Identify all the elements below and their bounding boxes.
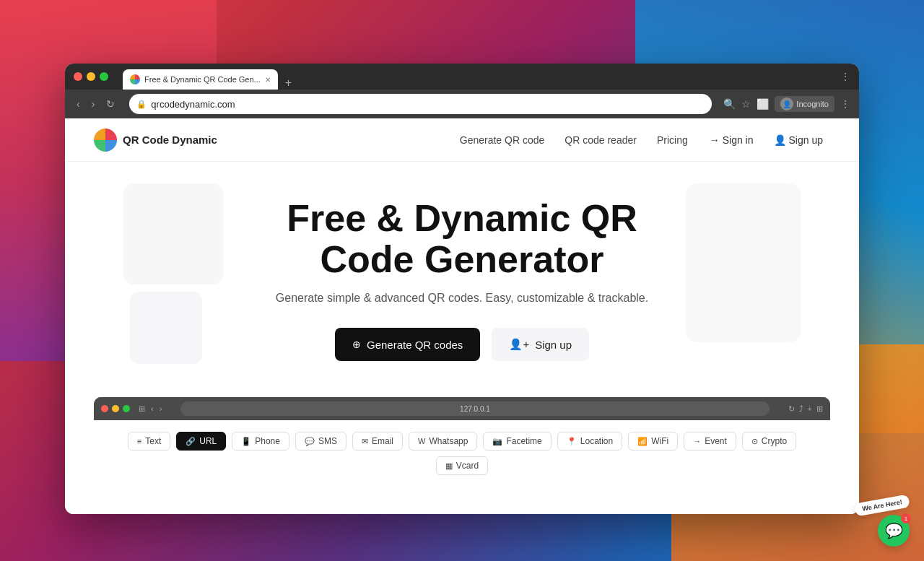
tabs-area: Free & Dynamic QR Code Gen... ✕ + xyxy=(123,64,834,90)
tab-close-icon[interactable]: ✕ xyxy=(265,76,271,84)
qr-tab-vcard[interactable]: ▦Vcard xyxy=(436,456,488,475)
inner-maximize-dot[interactable] xyxy=(123,405,130,412)
chrome-title-bar: Free & Dynamic QR Code Gen... ✕ + ⋮ xyxy=(65,64,859,90)
inner-share-icon[interactable]: ⤴ xyxy=(799,404,803,414)
hero-signup-button[interactable]: 👤+ Sign up xyxy=(492,328,589,361)
browser-window: Free & Dynamic QR Code Gen... ✕ + ⋮ ‹ › … xyxy=(65,64,859,514)
forward-button[interactable]: › xyxy=(89,95,98,113)
back-button[interactable]: ‹ xyxy=(74,95,83,113)
traffic-lights xyxy=(74,72,108,81)
inner-add-tab-icon[interactable]: + xyxy=(808,404,812,414)
qr-tab-url[interactable]: 🔗URL xyxy=(176,432,226,451)
inner-grid-icon[interactable]: ⊞ xyxy=(816,404,823,414)
website-content: QR Code Dynamic Generate QR code QR code… xyxy=(65,118,859,514)
inner-close-dot[interactable] xyxy=(101,405,108,412)
qr-tab-label: Text xyxy=(145,436,161,446)
qr-tab-crypto[interactable]: ⊙Crypto xyxy=(742,432,796,451)
hero-buttons: ⊕ Generate QR codes 👤+ Sign up xyxy=(335,328,589,361)
qr-tab-label: Event xyxy=(705,436,727,446)
qr-tab-facetime[interactable]: 📷Facetime xyxy=(483,432,551,451)
logo-icon xyxy=(94,129,117,152)
hero-signup-label: Sign up xyxy=(535,339,572,351)
generate-label: Generate QR codes xyxy=(367,339,463,351)
qr-tab-icon: ≡ xyxy=(137,437,141,445)
chat-button[interactable]: 💬 1 xyxy=(878,515,910,547)
qr-tab-location[interactable]: 📍Location xyxy=(557,432,622,451)
qr-tab-icon: 💬 xyxy=(305,437,315,446)
inner-forward-icon[interactable]: › xyxy=(160,404,162,413)
qr-decoration-right xyxy=(686,183,801,342)
nav-link-reader[interactable]: QR code reader xyxy=(565,134,637,146)
inner-browser-titlebar: ⊞ ‹ › 127.0.0.1 ↻ ⤴ + ⊞ xyxy=(94,397,830,420)
sign-in-label: Sign in xyxy=(723,134,754,146)
qr-tab-icon: 📶 xyxy=(637,437,648,446)
qr-tab-label: WiFi xyxy=(651,436,668,446)
inner-browser-content: ≡Text🔗URL📱Phone💬SMS✉EmailWWhatsapp📷Facet… xyxy=(94,420,830,494)
sign-up-button[interactable]: 👤 Sign up xyxy=(767,130,830,150)
qr-tab-event[interactable]: →Event xyxy=(684,432,736,451)
qr-tab-icon: ⊙ xyxy=(751,437,758,446)
lock-icon: 🔒 xyxy=(136,100,147,109)
address-text: qrcodedynamic.com xyxy=(151,99,235,110)
sign-up-icon: 👤 xyxy=(774,134,786,146)
qr-tab-text[interactable]: ≡Text xyxy=(128,432,170,451)
star-icon[interactable]: ☆ xyxy=(741,98,751,110)
qr-tab-label: Location xyxy=(580,436,613,446)
qr-tab-icon: → xyxy=(693,437,701,445)
inner-address-bar[interactable]: 127.0.0.1 xyxy=(180,401,769,416)
nav-link-generate[interactable]: Generate QR code xyxy=(460,134,545,146)
more-options-icon[interactable]: ⋮ xyxy=(840,98,850,110)
qr-tab-icon: ✉ xyxy=(362,437,368,446)
qr-tab-phone[interactable]: 📱Phone xyxy=(232,432,289,451)
logo-area: QR Code Dynamic xyxy=(94,129,217,152)
inner-browser-icons: ↻ ⤴ + ⊞ xyxy=(788,404,823,414)
hero-signup-icon: 👤+ xyxy=(509,338,529,351)
qr-tab-icon: 📱 xyxy=(241,437,251,446)
nav-link-pricing[interactable]: Pricing xyxy=(657,134,688,146)
qr-tab-label: Email xyxy=(372,436,393,446)
extensions-icon[interactable]: ⬜ xyxy=(757,98,769,110)
nav-links: Generate QR code QR code reader Pricing xyxy=(460,134,688,146)
inner-traffic-lights xyxy=(101,405,130,412)
generate-qr-button[interactable]: ⊕ Generate QR codes xyxy=(335,328,480,361)
close-dot[interactable] xyxy=(74,72,82,81)
inner-minimize-dot[interactable] xyxy=(112,405,119,412)
qr-tab-label: SMS xyxy=(318,436,337,446)
qr-decoration-left-bottom xyxy=(130,292,202,364)
qr-tab-icon: W xyxy=(418,437,425,445)
qr-tab-sms[interactable]: 💬SMS xyxy=(295,432,346,451)
qr-tab-label: Crypto xyxy=(762,436,787,446)
qr-tab-icon: 🔗 xyxy=(186,437,196,446)
sign-in-button[interactable]: → Sign in xyxy=(702,130,761,150)
maximize-dot[interactable] xyxy=(100,72,108,81)
tab-title: Free & Dynamic QR Code Gen... xyxy=(144,75,261,84)
minimize-dot[interactable] xyxy=(87,72,95,81)
qr-tab-whatsapp[interactable]: WWhatsapp xyxy=(409,432,477,451)
generate-icon: ⊕ xyxy=(352,339,361,350)
tab-favicon xyxy=(130,74,140,84)
hero-section: Free & Dynamic QR Code Generator Generat… xyxy=(65,162,859,383)
window-menu-icon[interactable]: ⋮ xyxy=(840,71,850,82)
inner-window-icon: ⊞ xyxy=(139,404,145,414)
qr-tab-label: URL xyxy=(199,436,217,446)
site-nav: QR Code Dynamic Generate QR code QR code… xyxy=(65,118,859,162)
active-tab[interactable]: Free & Dynamic QR Code Gen... ✕ xyxy=(123,69,278,90)
qr-tab-email[interactable]: ✉Email xyxy=(352,432,403,451)
nav-icons-right: 🔍 ☆ ⬜ 👤 Incognito ⋮ xyxy=(723,96,850,112)
logo-text: QR Code Dynamic xyxy=(123,134,217,146)
inner-reload-icon[interactable]: ↻ xyxy=(788,404,795,414)
qr-tab-wifi[interactable]: 📶WiFi xyxy=(628,432,678,451)
qr-type-tabs: ≡Text🔗URL📱Phone💬SMS✉EmailWWhatsapp📷Facet… xyxy=(108,432,816,475)
new-tab-button[interactable]: + xyxy=(281,77,296,90)
inner-browser-mockup: ⊞ ‹ › 127.0.0.1 ↻ ⤴ + ⊞ ≡Text🔗URL📱Phone💬… xyxy=(94,397,830,494)
incognito-button[interactable]: 👤 Incognito xyxy=(775,96,834,112)
qr-tab-label: Phone xyxy=(255,436,280,446)
inner-back-icon[interactable]: ‹ xyxy=(151,404,154,413)
sign-in-icon: → xyxy=(710,134,720,146)
sign-up-label: Sign up xyxy=(789,134,823,146)
inner-browser-controls: ⊞ ‹ › xyxy=(139,404,162,414)
address-bar[interactable]: 🔒 qrcodedynamic.com xyxy=(129,94,712,114)
qr-tab-label: Whatsapp xyxy=(429,436,468,446)
reload-button[interactable]: ↻ xyxy=(103,95,118,113)
search-icon[interactable]: 🔍 xyxy=(723,98,736,110)
